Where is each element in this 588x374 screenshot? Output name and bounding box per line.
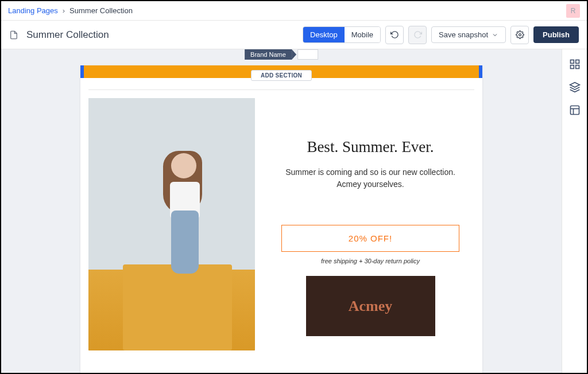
breadcrumb-current: Summer Collection [69,6,133,15]
brand-name-label: Brand Name [245,49,292,60]
settings-button[interactable] [510,26,529,44]
mobile-view-button[interactable]: Mobile [345,27,380,42]
right-rail [562,49,587,373]
undo-icon [390,30,399,39]
add-section-button[interactable]: ADD SECTION [251,70,312,81]
chevron-down-icon [492,32,498,38]
page-icon [9,30,18,40]
svg-rect-1 [570,60,574,64]
breadcrumb-bar: Landing Pages › Summer Collection R [1,1,587,21]
hero-subtext[interactable]: Summer is coming and so is our new colle… [266,166,474,190]
brand-logo-box[interactable]: Acmey [306,276,435,336]
svg-rect-6 [570,106,579,115]
breadcrumb-root-link[interactable]: Landing Pages [8,6,58,15]
main-area: Brand Name ADD SECTION [1,49,587,373]
layers-icon[interactable] [569,81,581,93]
device-toggle: Desktop Mobile [303,26,381,43]
hero-image-column [88,98,255,350]
svg-rect-4 [570,65,574,69]
publish-button[interactable]: Publish [533,26,579,43]
svg-rect-2 [575,60,579,64]
chevron-right-icon: › [63,6,65,15]
hero-content: Best. Summer. Ever. Summer is coming and… [80,90,482,350]
desktop-view-button[interactable]: Desktop [303,27,345,42]
redo-icon [413,30,422,39]
avatar[interactable]: R [566,4,580,18]
svg-point-0 [519,34,521,36]
hero-heading[interactable]: Best. Summer. Ever. [266,138,474,156]
svg-rect-3 [575,65,579,69]
widgets-icon[interactable] [569,59,581,70]
hero-text-column: Best. Summer. Ever. Summer is coming and… [266,98,474,350]
page-canvas[interactable]: ADD SECTION [80,65,482,373]
page-title: Summer Collection [26,29,109,41]
hero-image[interactable] [88,98,255,350]
brand-name-input[interactable] [297,49,318,60]
toolbar: Summer Collection Desktop Mobile Save sn… [1,21,587,49]
gear-icon [516,30,524,39]
redo-button[interactable] [408,26,427,44]
shipping-text[interactable]: free shipping + 30-day return policy [266,258,474,264]
undo-button[interactable] [385,26,404,44]
save-snapshot-button[interactable]: Save snapshot [431,26,506,43]
svg-marker-5 [570,83,579,87]
brand-logo-text: Acmey [349,298,393,315]
breadcrumb: Landing Pages › Summer Collection [8,6,133,15]
brand-name-tag: Brand Name [245,49,318,60]
layout-icon[interactable] [569,104,581,116]
selected-section-bar[interactable]: ADD SECTION [80,65,482,78]
canvas-area: Brand Name ADD SECTION [1,49,562,373]
promo-button[interactable]: 20% OFF! [281,225,459,252]
